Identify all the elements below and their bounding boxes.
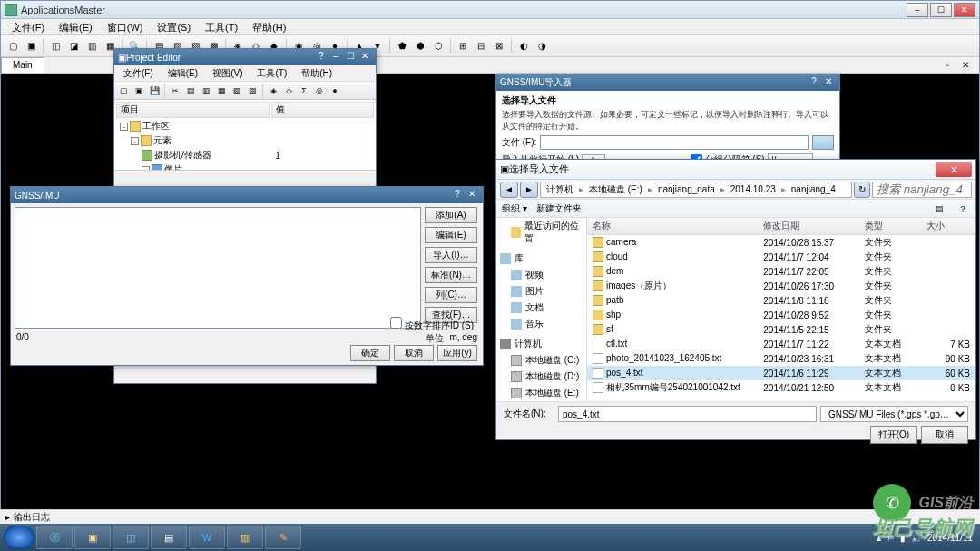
- filename-input[interactable]: [558, 406, 817, 422]
- pe-tool-sigma-icon[interactable]: Σ: [297, 84, 311, 98]
- breadcrumb-item[interactable]: nanjiang_4: [788, 184, 839, 194]
- sidebar-item[interactable]: 本地磁盘 (D:): [496, 369, 586, 385]
- menu-settings[interactable]: 设置(S): [150, 19, 198, 34]
- gnss-import-button[interactable]: 导入(I)…: [425, 247, 477, 263]
- task-app4-icon[interactable]: ✎: [265, 526, 301, 549]
- cancel-button[interactable]: 取消: [921, 426, 968, 444]
- file-row[interactable]: shp2014/10/28 9:52文件夹: [587, 308, 975, 322]
- gnss-sort-checkbox[interactable]: [390, 317, 402, 329]
- pe-tool-f-icon[interactable]: ◈: [266, 84, 280, 98]
- tray-flag-icon[interactable]: ⚐: [887, 533, 895, 543]
- menu-file[interactable]: 文件(F): [5, 19, 52, 34]
- pe-tool-g-icon[interactable]: ◇: [281, 84, 296, 98]
- sidebar-item[interactable]: 视频: [496, 267, 586, 283]
- tree-expander-icon[interactable]: -: [131, 137, 139, 145]
- sidebar-item[interactable]: 本地磁盘 (E:): [496, 385, 586, 401]
- file-row[interactable]: images（原片）2014/10/26 17:30文件夹: [587, 279, 975, 293]
- tool-cube-icon[interactable]: ◫: [47, 38, 64, 54]
- menu-window[interactable]: 窗口(W): [100, 19, 151, 34]
- minimize-button[interactable]: –: [906, 3, 928, 17]
- file-row[interactable]: camera2014/10/28 15:37文件夹: [587, 235, 975, 251]
- tree-col-value[interactable]: 值: [271, 102, 374, 118]
- sidebar-item[interactable]: 计算机: [496, 336, 586, 352]
- tabs-close-icon[interactable]: ✕: [957, 57, 974, 74]
- gnss-ok-button[interactable]: 确定: [350, 345, 390, 361]
- tool-s-icon[interactable]: ◐: [515, 38, 532, 54]
- gnss-apply-button[interactable]: 应用(y): [437, 345, 477, 361]
- col-name[interactable]: 名称: [587, 218, 758, 235]
- tree-col-item[interactable]: 项目: [116, 102, 270, 118]
- nav-refresh-button[interactable]: ↻: [854, 182, 870, 198]
- breadcrumb[interactable]: 计算机▸本地磁盘 (E:)▸nanjiang_data▸2014.10.23▸n…: [540, 182, 852, 198]
- tool-open-icon[interactable]: ▣: [23, 38, 39, 54]
- sidebar-item[interactable]: 库: [496, 251, 586, 267]
- tool-t-icon[interactable]: ◑: [534, 38, 550, 54]
- gnss-add-button[interactable]: 添加(A): [425, 207, 477, 223]
- tool-n-icon[interactable]: ⬢: [412, 38, 428, 54]
- pe-tool-save-icon[interactable]: 💾: [147, 84, 162, 98]
- file-row[interactable]: dem2014/11/7 22:05文件夹: [587, 264, 975, 279]
- gnss-columns-button[interactable]: 列(C)…: [425, 287, 477, 303]
- breadcrumb-item[interactable]: nanjiang_data: [654, 184, 719, 194]
- gnss-standard-button[interactable]: 标准(N)…: [425, 267, 477, 283]
- file-row[interactable]: sf2014/11/5 22:15文件夹: [587, 322, 975, 337]
- menu-edit[interactable]: 编辑(E): [52, 19, 100, 34]
- nav-back-button[interactable]: ◄: [500, 182, 518, 198]
- importer-browse-button[interactable]: [812, 135, 834, 150]
- help-icon[interactable]: ?: [956, 202, 970, 216]
- file-row[interactable]: patb2014/11/8 11:18文件夹: [587, 293, 975, 308]
- tool-q-icon[interactable]: ⊟: [473, 38, 489, 54]
- pe-tool-d-icon[interactable]: ▧: [230, 84, 244, 98]
- open-button[interactable]: 打开(O): [870, 426, 917, 444]
- col-date[interactable]: 修改日期: [758, 218, 858, 235]
- sidebar-item[interactable]: 本地磁盘 (C:): [496, 352, 586, 369]
- organize-menu[interactable]: 组织 ▾: [502, 202, 527, 215]
- pe-tool-open-icon[interactable]: ▣: [132, 84, 146, 98]
- panel-minimize-icon[interactable]: –: [328, 51, 343, 64]
- tree-row[interactable]: -像片: [116, 163, 374, 171]
- pe-menu-edit[interactable]: 编辑(E): [161, 65, 205, 81]
- importer-close-icon[interactable]: ✕: [821, 76, 836, 89]
- breadcrumb-item[interactable]: 2014.10.23: [727, 184, 779, 194]
- file-dialog-close-button[interactable]: ✕: [936, 162, 972, 177]
- tabs-restore-icon[interactable]: ▫: [939, 57, 956, 74]
- new-folder-button[interactable]: 新建文件夹: [536, 202, 582, 215]
- tree-expander-icon[interactable]: -: [120, 123, 128, 131]
- nav-forward-button[interactable]: ►: [520, 182, 538, 198]
- gnss-list[interactable]: [15, 207, 421, 329]
- pe-menu-file[interactable]: 文件(F): [116, 65, 161, 81]
- importer-help-icon[interactable]: ?: [807, 76, 821, 89]
- system-tray[interactable]: ▴ ⚐ ▮ 🔊 2014/11/11: [877, 533, 976, 543]
- sidebar-item[interactable]: 图片: [496, 283, 586, 300]
- pe-menu-help[interactable]: 帮助(H): [294, 65, 339, 81]
- pe-tool-c-icon[interactable]: ▦: [214, 84, 229, 98]
- file-filter-select[interactable]: GNSS/IMU Files (*.gps *.gp…: [820, 406, 968, 422]
- importer-file-input[interactable]: [540, 135, 808, 150]
- status-expand-icon[interactable]: ▸: [5, 512, 10, 522]
- tool-p-icon[interactable]: ⊞: [455, 38, 471, 54]
- panel-help-icon[interactable]: ?: [314, 51, 328, 64]
- close-button[interactable]: ✕: [954, 3, 975, 17]
- start-button[interactable]: [4, 526, 34, 549]
- file-row[interactable]: pos_4.txt2014/11/6 11:29文本文档60 KB: [587, 366, 975, 380]
- tray-volume-icon[interactable]: 🔊: [911, 533, 922, 543]
- gnss-close-icon[interactable]: ✕: [465, 189, 479, 202]
- tree-expander-icon[interactable]: -: [142, 166, 150, 171]
- pe-tool-b-icon[interactable]: ▥: [199, 84, 213, 98]
- gnss-edit-button[interactable]: 编辑(E): [425, 227, 477, 243]
- menu-tools[interactable]: 工具(T): [198, 19, 245, 34]
- pe-tool-h-icon[interactable]: ◎: [312, 84, 327, 98]
- task-app1-icon[interactable]: ◫: [113, 526, 149, 549]
- project-tree[interactable]: 项目 值 -工作区-元素摄影机/传感器1-像片框幅类型788RPC类型03线类型…: [114, 100, 376, 171]
- search-input[interactable]: [872, 182, 972, 198]
- tree-row[interactable]: -工作区: [116, 120, 374, 133]
- pe-tool-new-icon[interactable]: ▢: [116, 84, 131, 98]
- tray-time[interactable]: 2014/11/11: [927, 533, 973, 543]
- pe-tool-a-icon[interactable]: ▤: [183, 84, 198, 98]
- view-mode-icon[interactable]: ▤: [932, 202, 946, 216]
- tray-up-icon[interactable]: ▴: [877, 533, 881, 543]
- panel-maximize-icon[interactable]: ☐: [343, 51, 358, 64]
- file-dialog-sidebar[interactable]: 最近访问的位置库视频图片文档音乐计算机本地磁盘 (C:)本地磁盘 (D:)本地磁…: [496, 218, 587, 401]
- tool-o-icon[interactable]: ⬡: [430, 38, 446, 54]
- tool-box-icon[interactable]: ◪: [65, 38, 82, 54]
